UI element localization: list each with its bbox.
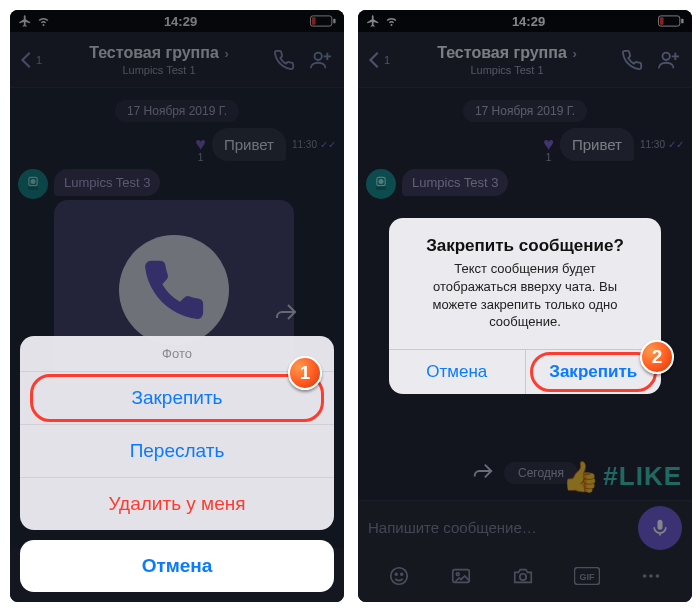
sheet-pin[interactable]: Закрепить xyxy=(20,372,334,425)
alert-message: Текст сообщения будет отображаться вверх… xyxy=(389,260,661,348)
alert-title: Закрепить сообщение? xyxy=(389,218,661,260)
sheet-category: Фото xyxy=(20,336,334,372)
sheet-delete[interactable]: Удалить у меня xyxy=(20,478,334,530)
step-badge-2: 2 xyxy=(640,340,674,374)
pin-alert: Закрепить сообщение? Текст сообщения буд… xyxy=(389,218,661,393)
sheet-cancel[interactable]: Отмена xyxy=(20,540,334,592)
alert-backdrop[interactable]: Закрепить сообщение? Текст сообщения буд… xyxy=(358,10,692,602)
phone-right: 14:29 1 Тестовая группа › Lumpics Test 1… xyxy=(358,10,692,602)
action-sheet: Фото Закрепить Переслать Удалить у меня … xyxy=(20,336,334,592)
sheet-forward[interactable]: Переслать xyxy=(20,425,334,478)
phone-left: 14:29 1 Тестовая группа › Lumpics Test 1… xyxy=(10,10,344,602)
alert-cancel[interactable]: Отмена xyxy=(389,350,525,394)
step-badge-1: 1 xyxy=(288,356,322,390)
